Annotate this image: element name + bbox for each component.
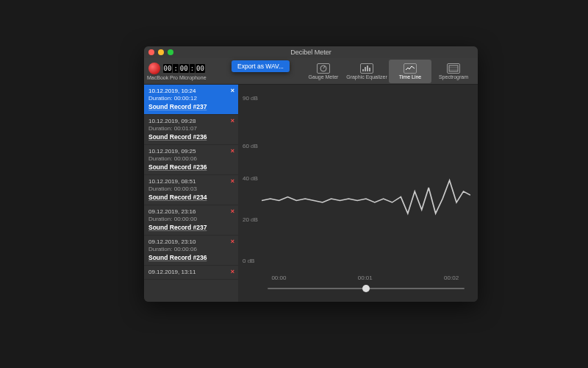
record-datetime: 10.12.2019, 09:25 (148, 148, 234, 155)
delete-icon[interactable]: × (231, 208, 234, 215)
svg-rect-6 (449, 66, 458, 71)
record-item[interactable]: 09.12.2019, 23:10Duration: 00:00:06Sound… (144, 236, 238, 266)
delete-icon[interactable]: × (231, 238, 234, 245)
record-datetime: 10.12.2019, 10:24 (148, 88, 234, 94)
svg-rect-3 (365, 67, 366, 71)
timeline-chart: 90 dB60 dB40 dB20 dB0 dB00:0000:0100:02 (238, 85, 478, 302)
y-axis-label: 0 dB (243, 257, 254, 263)
tab-icon (317, 63, 330, 74)
record-item[interactable]: 10.12.2019, 10:24Duration: 00:00:12Sound… (144, 85, 238, 115)
record-name: Sound Record #236 (148, 254, 234, 261)
record-duration: Duration: 00:00:03 (148, 185, 234, 192)
slider-track[interactable] (268, 288, 465, 289)
delete-icon[interactable]: × (231, 87, 234, 94)
y-axis-label: 40 dB (243, 174, 258, 181)
record-datetime: 10.12.2019, 09:28 (148, 118, 234, 124)
tab-spectrogram[interactable]: Spectrogram (432, 60, 475, 83)
svg-line-1 (323, 66, 325, 68)
record-duration: Duration: 00:00:06 (148, 246, 234, 252)
record-datetime: 10.12.2019, 08:51 (148, 178, 234, 185)
close-icon[interactable] (148, 49, 154, 55)
minimize-icon[interactable] (158, 49, 164, 55)
x-axis-label: 00:02 (444, 275, 459, 281)
source-label: MacBook Pro Microphone (147, 75, 207, 80)
record-datetime: 09.12.2019, 23:10 (148, 238, 234, 245)
record-button[interactable] (148, 63, 160, 74)
delete-icon[interactable]: × (231, 117, 234, 124)
record-name: Sound Record #234 (148, 194, 234, 201)
records-sidebar[interactable]: Export as WAV... 10.12.2019, 10:24Durati… (144, 85, 238, 302)
record-datetime: 09.12.2019, 13:11 (148, 269, 234, 275)
x-axis-label: 00:01 (358, 275, 373, 281)
tab-icon (360, 63, 373, 74)
app-window: Decibel Meter 00: 00: 00 MacBook Pro Mic… (144, 46, 478, 302)
record-name: Sound Record #236 (148, 133, 234, 141)
record-item[interactable]: 10.12.2019, 09:25Duration: 00:00:06Sound… (144, 145, 238, 175)
window-title: Decibel Meter (144, 49, 478, 56)
window-controls (148, 49, 173, 55)
y-axis-label: 20 dB (243, 216, 258, 222)
record-group: 00: 00: 00 MacBook Pro Microphone (147, 63, 207, 80)
record-name: Sound Record #237 (148, 224, 234, 231)
record-name: Sound Record #236 (148, 163, 234, 171)
y-axis-label: 90 dB (243, 94, 258, 101)
tab-graphic-equalizer[interactable]: Graphic Equalizer (345, 60, 388, 83)
record-item[interactable]: 09.12.2019, 13:11× (144, 266, 238, 280)
record-timer: 00: 00: 00 (163, 64, 205, 73)
record-item[interactable]: 09.12.2019, 23:16Duration: 00:00:00Sound… (144, 205, 238, 236)
record-name: Sound Record #237 (148, 103, 234, 110)
record-item[interactable]: 10.12.2019, 08:51Duration: 00:00:03Sound… (144, 175, 238, 205)
record-datetime: 09.12.2019, 23:16 (148, 208, 234, 215)
playback-slider[interactable] (268, 284, 465, 293)
chart-line (262, 85, 470, 269)
titlebar: Decibel Meter (144, 46, 478, 58)
record-item[interactable]: 10.12.2019, 09:28Duration: 00:01:07Sound… (144, 115, 238, 145)
toolbar: 00: 00: 00 MacBook Pro Microphone Gauge … (144, 58, 478, 85)
view-tabs: Gauge MeterGraphic EqualizerTime LineSpe… (302, 60, 475, 83)
svg-rect-5 (369, 68, 370, 71)
tab-icon (447, 63, 460, 74)
delete-icon[interactable]: × (231, 147, 234, 155)
delete-icon[interactable]: × (231, 177, 234, 185)
y-axis-label: 60 dB (243, 142, 258, 149)
zoom-icon[interactable] (168, 49, 173, 55)
svg-rect-4 (367, 66, 368, 71)
delete-icon[interactable]: × (231, 268, 234, 275)
record-duration: Duration: 00:00:00 (148, 216, 234, 222)
record-duration: Duration: 00:00:06 (148, 155, 234, 162)
record-duration: Duration: 00:00:12 (148, 95, 234, 102)
tab-gauge-meter[interactable]: Gauge Meter (302, 60, 345, 83)
tab-icon (404, 63, 417, 74)
content: Export as WAV... 10.12.2019, 10:24Durati… (144, 85, 478, 302)
tab-time-line[interactable]: Time Line (389, 60, 431, 83)
record-duration: Duration: 00:01:07 (148, 125, 234, 132)
x-axis-label: 00:00 (271, 275, 286, 281)
slider-thumb[interactable] (362, 285, 370, 292)
svg-rect-2 (362, 69, 364, 71)
